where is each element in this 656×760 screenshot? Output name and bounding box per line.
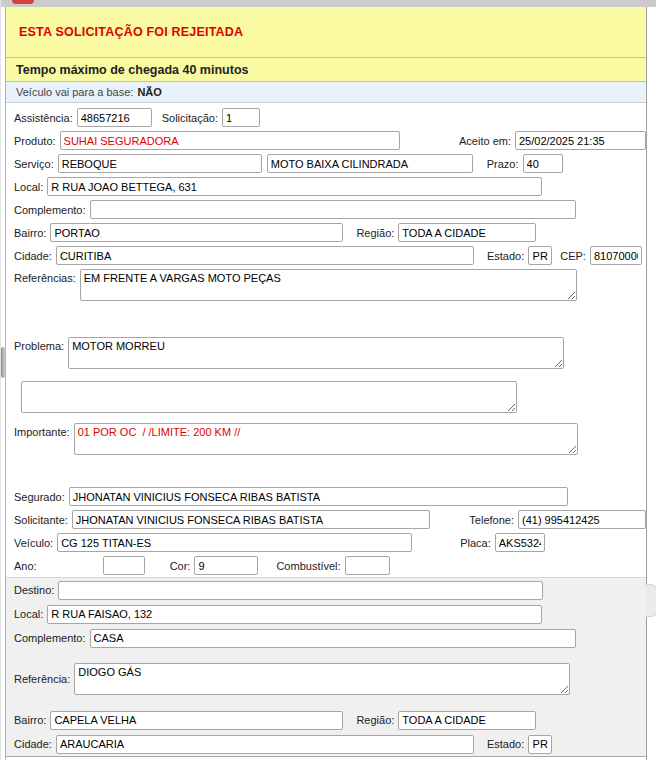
complemento-origem-label: Complemento:: [14, 204, 86, 216]
row-local-destino: Local:: [6, 602, 646, 626]
cep-input[interactable]: [590, 246, 642, 265]
window-top-strip: [1, 0, 656, 7]
row-produto: Produto: Aceito em:: [6, 129, 646, 152]
bairro-destino-input[interactable]: [50, 711, 343, 730]
cor-label: Cor:: [170, 560, 191, 572]
right-panel-notch[interactable]: [646, 584, 656, 617]
estado-origem-label: Estado:: [487, 250, 524, 262]
rejected-banner-text: ESTA SOLICITAÇÃO FOI REJEITADA: [19, 25, 243, 39]
destination-form-section: Destino: Local: Complemento: Referência:…: [6, 577, 646, 757]
produto-label: Produto:: [14, 135, 56, 147]
cor-input[interactable]: [194, 556, 258, 575]
assistencia-label: Assistência:: [14, 112, 73, 124]
telefone-input[interactable]: [518, 510, 646, 529]
left-scrollbar-thumb[interactable]: [1, 347, 5, 378]
local-origem-label: Local:: [14, 181, 43, 193]
origin-form-section: Assistência: Solicitação: Produto: Aceit…: [6, 103, 646, 577]
local-destino-input[interactable]: [47, 605, 542, 624]
cidade-origem-label: Cidade:: [14, 250, 52, 262]
segurado-input[interactable]: [69, 487, 568, 506]
row-local-origem: Local:: [6, 175, 646, 198]
regiao-origem-input[interactable]: [398, 223, 536, 242]
combustivel-input[interactable]: [345, 556, 390, 575]
vehicle-to-base-value: NÃO: [137, 86, 161, 98]
produto-input[interactable]: [60, 131, 400, 150]
row-cidade-origem: Cidade: Estado: CEP:: [6, 244, 646, 267]
row-referencias: Referências: EM FRENTE A VARGAS MOTO PEÇ…: [6, 267, 646, 335]
ano-label: Ano:: [14, 560, 37, 572]
importante-label: Importante:: [14, 426, 70, 438]
local-origem-input[interactable]: [47, 177, 542, 196]
solicitacao-input[interactable]: [222, 108, 260, 127]
problema-label: Problema:: [14, 340, 64, 352]
servico-tipo-input[interactable]: [267, 154, 473, 173]
row-bairro-destino: Bairro: Região:: [6, 708, 646, 732]
cidade-origem-input[interactable]: [56, 246, 474, 265]
aceito-em-input[interactable]: [515, 131, 646, 150]
row-segurado: Segurado:: [6, 485, 646, 508]
problema-textarea[interactable]: MOTOR MORREU: [68, 337, 564, 369]
local-destino-label: Local:: [14, 608, 43, 620]
estado-destino-input[interactable]: [528, 735, 552, 754]
segurado-label: Segurado:: [14, 491, 65, 503]
row-referencia-destino: Referência: DIOGO GÁS: [6, 650, 646, 708]
row-veiculo: Veículo: Placa:: [6, 531, 646, 554]
telefone-label: Telefone:: [469, 514, 514, 526]
aceito-em-label: Aceito em:: [459, 135, 511, 147]
row-ano-cor-combustivel: Ano: Cor: Combustível:: [6, 554, 646, 577]
cep-label: CEP:: [560, 250, 586, 262]
estado-destino-label: Estado:: [487, 738, 524, 750]
veiculo-label: Veículo:: [14, 537, 53, 549]
regiao-destino-input[interactable]: [398, 711, 536, 730]
assistencia-input[interactable]: [77, 108, 152, 127]
referencia-destino-textarea[interactable]: DIOGO GÁS: [74, 663, 570, 695]
servico-input[interactable]: [58, 154, 262, 173]
solicitante-input[interactable]: [72, 510, 430, 529]
row-servico: Serviço: Prazo:: [6, 152, 646, 175]
solicitation-page: ESTA SOLICITAÇÃO FOI REJEITADA Tempo máx…: [0, 0, 656, 760]
solicitante-label: Solicitante:: [14, 514, 68, 526]
row-solicitante: Solicitante: Telefone:: [6, 508, 646, 531]
destino-label: Destino:: [14, 584, 54, 596]
combustivel-label: Combustível:: [276, 560, 340, 572]
problema-extra-textarea[interactable]: [21, 381, 517, 413]
row-importante: Importante: 01 POR OC / /LIMITE: 200 KM …: [6, 421, 646, 485]
regiao-origem-label: Região:: [356, 227, 394, 239]
prazo-label: Prazo:: [487, 158, 519, 170]
row-destino: Destino:: [6, 578, 646, 602]
ano-input[interactable]: [103, 556, 145, 575]
row-complemento-destino: Complemento:: [6, 626, 646, 650]
cidade-destino-input[interactable]: [56, 735, 474, 754]
cidade-destino-label: Cidade:: [14, 738, 52, 750]
bairro-origem-label: Bairro:: [14, 227, 46, 239]
complemento-destino-input[interactable]: [90, 629, 576, 648]
placa-label: Placa:: [460, 537, 491, 549]
importante-textarea[interactable]: 01 POR OC / /LIMITE: 200 KM //: [74, 423, 578, 455]
referencias-textarea[interactable]: EM FRENTE A VARGAS MOTO PEÇAS: [80, 269, 577, 301]
row-cidade-destino: Cidade: Estado:: [6, 732, 646, 756]
destino-input[interactable]: [58, 581, 543, 600]
max-arrival-time-text: Tempo máximo de chegada 40 minutos: [16, 63, 248, 77]
bairro-origem-input[interactable]: [50, 223, 343, 242]
max-arrival-time-banner: Tempo máximo de chegada 40 minutos: [6, 58, 646, 82]
vehicle-to-base-bar: Veículo vai para a base: NÃO: [6, 82, 646, 103]
bairro-destino-label: Bairro:: [14, 714, 46, 726]
servico-label: Serviço:: [14, 158, 54, 170]
referencias-label: Referências:: [14, 272, 76, 284]
referencia-destino-label: Referência:: [14, 673, 70, 685]
row-problema: Problema: MOTOR MORREU: [6, 335, 646, 379]
estado-origem-input[interactable]: [528, 246, 552, 265]
complemento-destino-label: Complemento:: [14, 632, 86, 644]
main-panel: ESTA SOLICITAÇÃO FOI REJEITADA Tempo máx…: [5, 7, 647, 760]
row-problema-extra: [6, 379, 646, 421]
vehicle-to-base-label: Veículo vai para a base:: [16, 86, 133, 98]
veiculo-input[interactable]: [57, 533, 412, 552]
prazo-input[interactable]: [523, 154, 563, 173]
complemento-origem-input[interactable]: [90, 200, 576, 219]
row-bairro-origem: Bairro: Região:: [6, 221, 646, 244]
placa-input[interactable]: [495, 533, 545, 552]
row-assistencia: Assistência: Solicitação:: [6, 106, 646, 129]
red-tab-icon: [12, 0, 34, 4]
rejected-banner: ESTA SOLICITAÇÃO FOI REJEITADA: [6, 7, 646, 58]
solicitacao-label: Solicitação:: [162, 112, 218, 124]
